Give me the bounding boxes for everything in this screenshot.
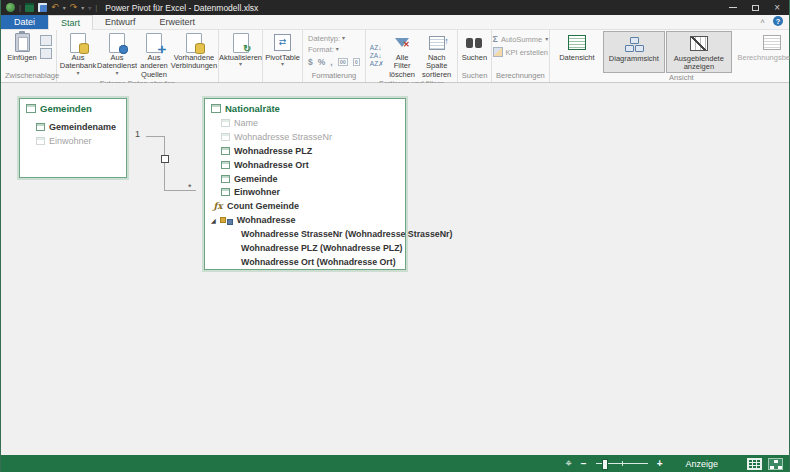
vorhandene-verbindungen-button[interactable]: Vorhandene Verbindungen (172, 31, 216, 79)
percent-format-button[interactable]: % (318, 57, 326, 67)
undo-dropdown-icon[interactable]: ▾ (63, 4, 66, 11)
zoom-slider[interactable] (596, 463, 648, 464)
sort-ascending-icon[interactable]: AZ↓ (370, 44, 384, 51)
minimize-button[interactable] (729, 7, 737, 8)
aus-datenbank-button[interactable]: Aus Datenbank ▾ (59, 31, 97, 79)
qat-customize-icon[interactable]: ▿ (88, 4, 91, 11)
group-formatierung: Datentyp:▾ Format:▾ $ % , 00 0 Formatier… (303, 30, 366, 82)
nach-spalte-sortieren-button[interactable]: Nach Spalte sortieren (419, 31, 455, 79)
field-einwohner[interactable]: Einwohner (205, 186, 405, 200)
measure-icon: ƒx (213, 201, 223, 211)
aus-datendienst-label: Aus Datendienst (97, 54, 137, 71)
clear-sort-icon[interactable]: AZ✗ (370, 60, 384, 67)
table-gemeinden[interactable]: Gemeinden Gemeindename Einwohner (19, 98, 127, 178)
group-label: Zwischenablage (3, 71, 54, 82)
relationship-many-label: * (188, 182, 192, 192)
calculation-area-icon (763, 35, 781, 50)
berechnungsbereich-button[interactable]: Berechnungsbereich (733, 31, 790, 73)
kpi-erstellen-button[interactable]: KPI erstellen (493, 47, 549, 57)
zoom-slider-tick (622, 461, 623, 466)
alle-filter-loeschen-button[interactable]: Alle Filter löschen (387, 31, 418, 79)
pivottable-button[interactable]: ⇄ PivotTable ▾ (264, 31, 301, 80)
table-name: Gemeinden (40, 103, 92, 114)
excel-window-icon[interactable] (25, 3, 34, 12)
currency-format-button[interactable]: $ (308, 57, 313, 67)
aus-datendienst-button[interactable]: Aus Datendienst ▾ (98, 31, 136, 79)
column-icon (36, 137, 45, 145)
group-label (265, 80, 300, 82)
table-nationalraete[interactable]: Nationalräte Name Wohnadresse StrasseNr … (204, 98, 406, 270)
collapse-ribbon-icon[interactable]: ˄ (760, 17, 765, 26)
close-button[interactable]: × (774, 3, 780, 13)
field-wohnadresse-ort[interactable]: Wohnadresse Ort (205, 158, 405, 172)
diagrammsicht-button[interactable]: Diagrammsicht (603, 31, 665, 73)
copy-icon[interactable] (40, 35, 52, 46)
field-gemeindename[interactable]: Gemeindename (20, 120, 126, 134)
autosumme-button[interactable]: Σ AutoSumme ▾ (493, 34, 549, 44)
field-wohnadresse-plz[interactable]: Wohnadresse PLZ (205, 144, 405, 158)
hierarchy-child-ort[interactable]: Wohnadresse Ort (Wohnadresse Ort) (205, 255, 405, 269)
relationship-line[interactable] (146, 136, 164, 137)
suchen-button[interactable]: Suchen (460, 31, 489, 71)
datensicht-button[interactable]: Datensicht (552, 31, 602, 73)
relationship-line[interactable] (164, 136, 165, 190)
relationship-handle[interactable] (161, 155, 169, 163)
decrease-decimal-button[interactable]: 0 (353, 58, 360, 66)
field-label: Wohnadresse StrasseNr (234, 132, 332, 142)
column-icon (221, 147, 230, 155)
group-ansicht: Datensicht Diagrammsicht Ausgeblendete a (550, 30, 790, 82)
field-name[interactable]: Name (205, 116, 405, 130)
tab-entwurf[interactable]: Entwurf (93, 15, 148, 29)
kpi-icon (493, 47, 503, 57)
field-label: Wohnadresse Ort (Wohnadresse Ort) (241, 257, 396, 267)
group-externe-daten: Aus Datenbank ▾ Aus Datendienst ▾ ✛ Aus … (57, 30, 219, 82)
window-title: Power Pivot für Excel - Datenmodell.xlsx (105, 3, 258, 13)
status-bar: ⌖ − + Anzeige (1, 455, 789, 472)
thousands-format-button[interactable]: , (330, 57, 332, 67)
paste-special-icon[interactable] (40, 48, 52, 59)
save-icon[interactable] (38, 3, 47, 12)
restore-button[interactable] (752, 5, 759, 11)
data-view-toggle-icon[interactable] (747, 458, 762, 470)
zoom-out-button[interactable]: − (581, 458, 587, 469)
undo-icon[interactable]: ↶ (51, 3, 59, 12)
diagram-canvas[interactable]: Gemeinden Gemeindename Einwohner Nationa… (1, 83, 789, 455)
table-header[interactable]: Gemeinden (20, 99, 126, 116)
increase-decimal-button[interactable]: 00 (338, 58, 348, 66)
redo-icon[interactable]: ↷ (70, 3, 78, 12)
separator: | (19, 3, 21, 12)
field-label: Wohnadresse Ort (234, 160, 309, 170)
tab-datei[interactable]: Datei (1, 15, 48, 29)
aktualisieren-button[interactable]: ↻ Aktualisieren ▾ (220, 31, 262, 80)
other-sources-icon: ✛ (146, 33, 162, 53)
ausgeblendete-anzeigen-button[interactable]: Ausgeblendete anzeigen (666, 31, 732, 73)
field-label: Wohnadresse PLZ (Wohnadresse PLZ) (241, 243, 402, 253)
aus-anderen-quellen-button[interactable]: ✛ Aus anderen Quellen (137, 31, 171, 79)
field-wohnadresse-strassenr[interactable]: Wohnadresse StrasseNr (205, 130, 405, 144)
diagram-view-toggle-icon[interactable] (768, 458, 783, 470)
collapse-hierarchy-icon[interactable]: ◢ (211, 217, 216, 224)
redo-dropdown-icon[interactable]: ▾ (81, 4, 84, 11)
hierarchy-wohnadresse[interactable]: ◢ Wohnadresse (205, 213, 405, 227)
fit-to-screen-icon[interactable]: ⌖ (566, 458, 572, 469)
tab-erweitert[interactable]: Erweitert (148, 15, 208, 29)
ribbon-tab-row: Datei Start Entwurf Erweitert ˄ ? (1, 15, 789, 30)
field-gemeinde[interactable]: Gemeinde (205, 172, 405, 186)
hierarchy-child-strassenr[interactable]: Wohnadresse StrasseNr (Wohnadresse Stras… (205, 227, 405, 241)
help-icon[interactable]: ? (773, 16, 783, 26)
hierarchy-child-plz[interactable]: Wohnadresse PLZ (Wohnadresse PLZ) (205, 241, 405, 255)
measure-count-gemeinde[interactable]: ƒx Count Gemeinde (205, 199, 405, 213)
relationship-one-label: 1 (135, 129, 140, 139)
hierarchy-icon (220, 216, 233, 225)
zoom-slider-handle[interactable] (602, 459, 608, 470)
sort-descending-icon[interactable]: ZA↓ (370, 52, 384, 59)
suchen-label: Suchen (462, 54, 487, 62)
field-einwohner[interactable]: Einwohner (20, 134, 126, 148)
column-icon (221, 161, 230, 169)
tab-start[interactable]: Start (48, 15, 93, 30)
aus-datenbank-label: Aus Datenbank (60, 54, 96, 71)
paste-button[interactable]: Einfügen (5, 31, 39, 71)
table-header[interactable]: Nationalräte (205, 99, 405, 116)
powerpivot-window: | ↶▾ ↷▾ ▿ | Power Pivot für Excel - Date… (0, 0, 790, 472)
zoom-in-button[interactable]: + (657, 458, 663, 469)
